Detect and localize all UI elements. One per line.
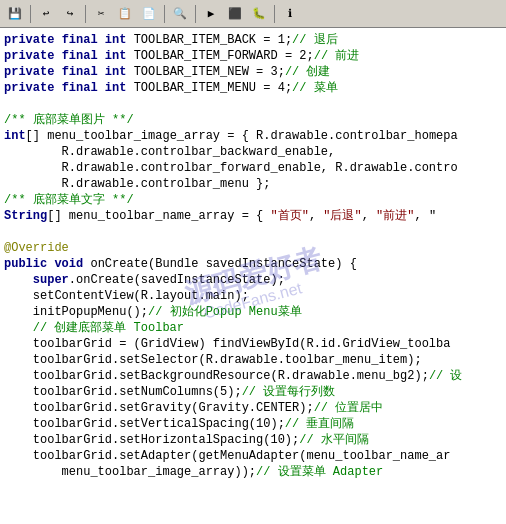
code-area[interactable]: 源码爱好者 CodeFans.net private final int TOO… (0, 28, 506, 524)
code-line-16: super.onCreate(savedInstanceState); (4, 272, 502, 288)
code-line-15: public void onCreate(Bundle savedInstanc… (4, 256, 502, 272)
stop-btn[interactable]: ⬛ (224, 3, 246, 25)
code-line-13 (4, 224, 502, 240)
cut-btn[interactable]: ✂ (90, 3, 112, 25)
code-line-27: toolbarGrid.setAdapter(getMenuAdapter(me… (4, 448, 502, 464)
code-line-10: R.drawable.controlbar_menu }; (4, 176, 502, 192)
undo-btn[interactable]: ↩ (35, 3, 57, 25)
code-line-18: initPopupMenu();// 初始化Popup Menu菜单 (4, 304, 502, 320)
code-line-20: toolbarGrid = (GridView) findViewById(R.… (4, 336, 502, 352)
code-line-9: R.drawable.controlbar_forward_enable, R.… (4, 160, 502, 176)
code-line-24: toolbarGrid.setGravity(Gravity.CENTER);/… (4, 400, 502, 416)
tb-sep2 (85, 5, 86, 23)
save-btn[interactable]: 💾 (4, 3, 26, 25)
tb-sep1 (30, 5, 31, 23)
code-line-12: String[] menu_toolbar_name_array = { "首页… (4, 208, 502, 224)
paste-btn[interactable]: 📄 (138, 3, 160, 25)
code-line-5 (4, 96, 502, 112)
debug-btn[interactable]: 🐛 (248, 3, 270, 25)
code-line-11: /** 底部菜单文字 **/ (4, 192, 502, 208)
code-line-25: toolbarGrid.setVerticalSpacing(10);// 垂直… (4, 416, 502, 432)
toolbar: 💾 ↩ ↪ ✂ 📋 📄 🔍 ▶ ⬛ 🐛 ℹ (0, 0, 506, 28)
code-line-6: /** 底部菜单图片 **/ (4, 112, 502, 128)
code-line-23: toolbarGrid.setNumColumns(5);// 设置每行列数 (4, 384, 502, 400)
code-line-14: @Override (4, 240, 502, 256)
code-line-8: R.drawable.controlbar_backward_enable, (4, 144, 502, 160)
code-line-21: toolbarGrid.setSelector(R.drawable.toolb… (4, 352, 502, 368)
search-btn[interactable]: 🔍 (169, 3, 191, 25)
code-line-28: menu_toolbar_image_array));// 设置菜单 Adapt… (4, 464, 502, 480)
run-btn[interactable]: ▶ (200, 3, 222, 25)
code-line-3: private final int TOOLBAR_ITEM_NEW = 3;/… (4, 64, 502, 80)
code-line-7: int[] menu_toolbar_image_array = { R.dra… (4, 128, 502, 144)
code-line-17: setContentView(R.layout.main); (4, 288, 502, 304)
redo-btn[interactable]: ↪ (59, 3, 81, 25)
code-line-1: private final int TOOLBAR_ITEM_BACK = 1;… (4, 32, 502, 48)
info-btn[interactable]: ℹ (279, 3, 301, 25)
code-line-2: private final int TOOLBAR_ITEM_FORWARD =… (4, 48, 502, 64)
tb-sep4 (195, 5, 196, 23)
tb-sep3 (164, 5, 165, 23)
code-line-4: private final int TOOLBAR_ITEM_MENU = 4;… (4, 80, 502, 96)
code-line-26: toolbarGrid.setHorizontalSpacing(10);// … (4, 432, 502, 448)
code-line-19: // 创建底部菜单 Toolbar (4, 320, 502, 336)
code-line-22: toolbarGrid.setBackgroundResource(R.draw… (4, 368, 502, 384)
tb-sep5 (274, 5, 275, 23)
copy-btn[interactable]: 📋 (114, 3, 136, 25)
